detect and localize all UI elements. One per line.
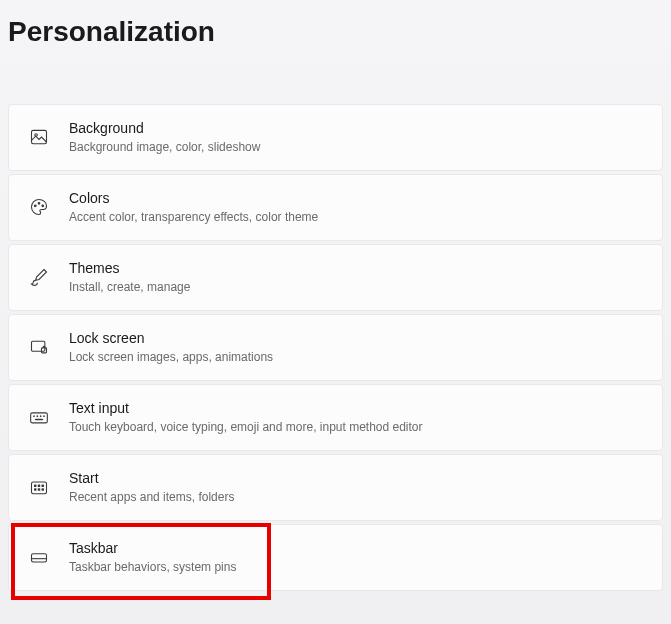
settings-item-title: Lock screen bbox=[69, 329, 642, 347]
settings-item-taskbar[interactable]: Taskbar Taskbar behaviors, system pins bbox=[8, 524, 663, 591]
settings-item-title: Taskbar bbox=[69, 539, 642, 557]
svg-point-3 bbox=[38, 203, 40, 205]
svg-rect-6 bbox=[42, 348, 47, 353]
settings-item-themes[interactable]: Themes Install, create, manage bbox=[8, 244, 663, 311]
item-text: Colors Accent color, transparency effect… bbox=[69, 189, 642, 226]
settings-item-title: Colors bbox=[69, 189, 642, 207]
svg-point-4 bbox=[42, 205, 44, 207]
svg-point-2 bbox=[34, 205, 36, 207]
item-text: Taskbar Taskbar behaviors, system pins bbox=[69, 539, 642, 576]
svg-rect-0 bbox=[32, 131, 47, 144]
start-menu-icon bbox=[29, 477, 49, 497]
settings-item-title: Start bbox=[69, 469, 642, 487]
item-text: Text input Touch keyboard, voice typing,… bbox=[69, 399, 642, 436]
settings-item-subtitle: Lock screen images, apps, animations bbox=[69, 349, 642, 366]
settings-item-background[interactable]: Background Background image, color, slid… bbox=[8, 104, 663, 171]
settings-item-subtitle: Taskbar behaviors, system pins bbox=[69, 559, 642, 576]
item-text: Start Recent apps and items, folders bbox=[69, 469, 642, 506]
settings-item-title: Text input bbox=[69, 399, 642, 417]
svg-rect-19 bbox=[42, 489, 45, 492]
keyboard-icon bbox=[29, 407, 49, 427]
settings-item-subtitle: Touch keyboard, voice typing, emoji and … bbox=[69, 419, 642, 436]
brush-icon bbox=[29, 267, 49, 287]
palette-icon bbox=[29, 197, 49, 217]
lock-screen-icon bbox=[29, 337, 49, 357]
svg-rect-7 bbox=[31, 413, 48, 423]
svg-point-1 bbox=[35, 134, 38, 137]
settings-list: Background Background image, color, slid… bbox=[0, 104, 671, 591]
taskbar-icon bbox=[29, 547, 49, 567]
settings-item-title: Background bbox=[69, 119, 642, 137]
svg-rect-20 bbox=[32, 554, 47, 562]
svg-rect-15 bbox=[38, 485, 41, 488]
settings-item-title: Themes bbox=[69, 259, 642, 277]
item-text: Lock screen Lock screen images, apps, an… bbox=[69, 329, 642, 366]
page-title: Personalization bbox=[0, 0, 671, 56]
settings-item-lock-screen[interactable]: Lock screen Lock screen images, apps, an… bbox=[8, 314, 663, 381]
svg-rect-17 bbox=[34, 489, 37, 492]
settings-item-subtitle: Background image, color, slideshow bbox=[69, 139, 642, 156]
settings-item-subtitle: Recent apps and items, folders bbox=[69, 489, 642, 506]
svg-rect-18 bbox=[38, 489, 41, 492]
settings-item-subtitle: Install, create, manage bbox=[69, 279, 642, 296]
settings-item-colors[interactable]: Colors Accent color, transparency effect… bbox=[8, 174, 663, 241]
svg-rect-16 bbox=[42, 485, 45, 488]
settings-item-text-input[interactable]: Text input Touch keyboard, voice typing,… bbox=[8, 384, 663, 451]
svg-rect-13 bbox=[32, 482, 47, 494]
svg-rect-14 bbox=[34, 485, 37, 488]
settings-item-subtitle: Accent color, transparency effects, colo… bbox=[69, 209, 642, 226]
image-icon bbox=[29, 127, 49, 147]
item-text: Background Background image, color, slid… bbox=[69, 119, 642, 156]
settings-item-start[interactable]: Start Recent apps and items, folders bbox=[8, 454, 663, 521]
item-text: Themes Install, create, manage bbox=[69, 259, 642, 296]
